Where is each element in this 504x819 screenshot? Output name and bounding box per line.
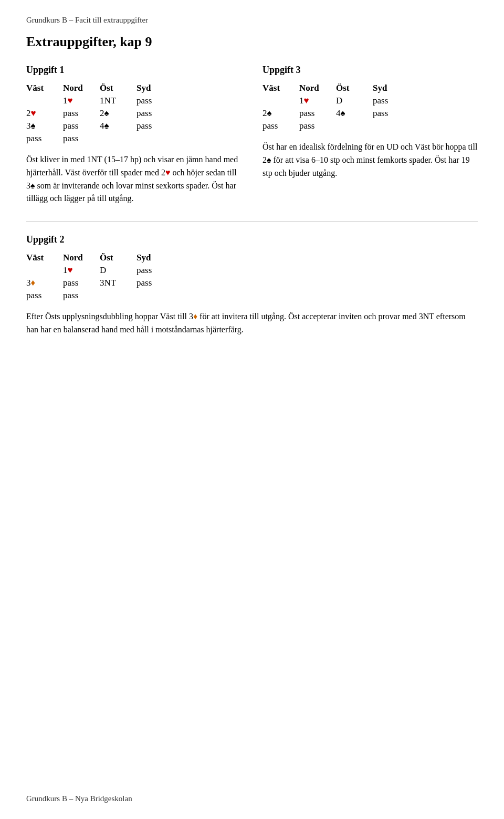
table-row: 3♠ pass 4♠ pass	[26, 120, 173, 132]
uppgift1-title: Uppgift 1	[26, 65, 242, 76]
uppgift2-col-vast: Väst	[26, 251, 63, 264]
section-divider	[26, 221, 478, 222]
uppgift3-table: Väst Nord Öst Syd 1♥ D pass 2♠ pass 4♠ p…	[262, 82, 410, 132]
uppgift1-section: Uppgift 1 Väst Nord Öst Syd 1♥ 1NT pass …	[26, 65, 242, 205]
uppgift2-col-ost: Öst	[100, 251, 136, 264]
table-row: pass pass	[26, 289, 173, 302]
uppgift3-col-nord: Nord	[299, 82, 336, 94]
uppgift3-section: Uppgift 3 Väst Nord Öst Syd 1♥ D pass 2♠…	[262, 65, 478, 205]
uppgift3-col-syd: Syd	[373, 82, 410, 94]
uppgift1-col-syd: Syd	[136, 82, 173, 94]
uppgift1-col-nord: Nord	[63, 82, 100, 94]
table-row: 1♥ 1NT pass	[26, 94, 173, 107]
uppgift3-col-ost: Öst	[336, 82, 373, 94]
uppgift3-col-vast: Väst	[262, 82, 299, 94]
table-row: 1♥ D pass	[262, 94, 410, 107]
uppgift1-col-vast: Väst	[26, 82, 63, 94]
page-footer: Grundkurs B – Nya Bridgeskolan	[26, 794, 132, 803]
chapter-title: Extrauppgifter, kap 9	[26, 34, 478, 50]
uppgift2-section: Uppgift 2 Väst Nord Öst Syd 1♥ D pass 3♦…	[26, 234, 478, 337]
uppgift2-title: Uppgift 2	[26, 234, 478, 245]
table-row: 3♦ pass 3NT pass	[26, 277, 173, 289]
table-row: 2♥ pass 2♠ pass	[26, 107, 173, 120]
table-row: pass pass	[26, 132, 173, 145]
uppgift2-col-syd: Syd	[136, 251, 173, 264]
table-row: 1♥ D pass	[26, 264, 173, 277]
uppgift1-table: Väst Nord Öst Syd 1♥ 1NT pass 2♥ pass 2♠…	[26, 82, 173, 145]
uppgift2-explanation: Efter Östs upplysningsdubbling hoppar Vä…	[26, 310, 478, 337]
table-row: pass pass	[262, 120, 410, 132]
table-row: 2♠ pass 4♠ pass	[262, 107, 410, 120]
uppgift1-col-ost: Öst	[100, 82, 136, 94]
uppgift3-title: Uppgift 3	[262, 65, 478, 76]
uppgift3-explanation: Öst har en idealisk fördelning för en UD…	[262, 141, 478, 180]
page-header: Grundkurs B – Facit till extrauppgifter	[26, 16, 478, 25]
uppgift2-table: Väst Nord Öst Syd 1♥ D pass 3♦ pass 3NT …	[26, 251, 173, 302]
uppgift1-explanation: Öst kliver in med 1NT (15–17 hp) och vis…	[26, 153, 242, 205]
uppgift2-col-nord: Nord	[63, 251, 100, 264]
